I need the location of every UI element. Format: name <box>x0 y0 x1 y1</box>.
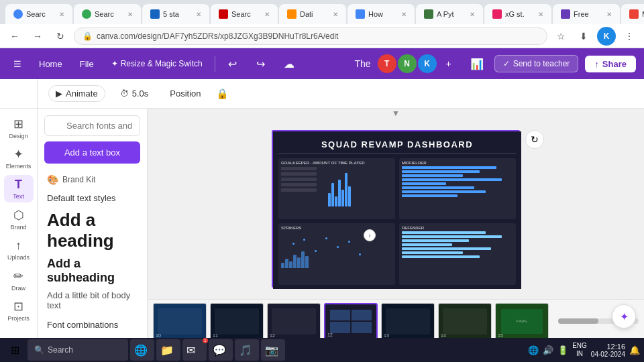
sys-time: 12:16 <box>606 343 625 351</box>
tab-close-1[interactable]: ✕ <box>59 11 64 18</box>
resize-button[interactable]: ✦ Resize & Magic Switch <box>106 56 208 71</box>
slide-container[interactable]: SQUAD REVAMP DASHBOARD Goalkeeper · Amou… <box>272 130 520 288</box>
sidebar-item-design[interactable]: ⊞ Design <box>4 114 34 141</box>
tab-2[interactable]: Searc ✕ <box>74 4 141 24</box>
tab-label-9: Free <box>574 10 589 18</box>
bar-2 <box>331 183 334 206</box>
sidebar-item-draw[interactable]: ✏ Draw <box>4 266 34 294</box>
sidebar-item-elements[interactable]: ✦ Elements <box>4 144 34 172</box>
taskbar-app-3[interactable]: ✉ 1 <box>182 339 207 361</box>
bar-1 <box>328 193 331 206</box>
brand-kit-item[interactable]: 🎨 Brand Kit <box>38 170 147 188</box>
sidebar-item-uploads[interactable]: ↑ Uploads <box>4 236 34 263</box>
taskbar-app-6[interactable]: 📷 <box>261 339 285 361</box>
home-button[interactable]: Home <box>34 56 68 72</box>
dash-section-goalkeeper: Goalkeeper · Amount of time played <box>278 158 395 220</box>
volume-icon[interactable]: 🔊 <box>543 345 553 355</box>
add-textbox-button[interactable]: Add a text box <box>44 141 140 164</box>
avatar-n[interactable]: N <box>398 54 417 73</box>
thumb-15[interactable]: FINAL 15 <box>495 303 549 340</box>
battery-icon[interactable]: 🔋 <box>557 345 568 355</box>
tab-1[interactable]: Searc ✕ <box>5 4 72 24</box>
thumb-12[interactable]: 12 <box>267 303 321 340</box>
share-label: Share <box>602 59 627 69</box>
dhbar-3 <box>402 239 469 242</box>
taskbar-app-2[interactable]: 📁 <box>156 339 180 361</box>
thumb-10[interactable]: 10 <box>153 303 207 340</box>
search-input[interactable] <box>44 115 140 136</box>
toolbar-divider-1 <box>215 56 215 72</box>
redo-button[interactable]: ↪ <box>250 53 272 74</box>
back-button[interactable]: ← <box>5 27 24 46</box>
taskbar-search[interactable]: 🔍 Search <box>28 339 128 361</box>
dash-section-defender: Defender <box>399 223 516 285</box>
bar-3 <box>335 196 337 206</box>
share-button[interactable]: ↑ Share <box>585 56 636 72</box>
player-row <box>281 188 317 192</box>
network-icon[interactable]: 🌐 <box>528 345 539 355</box>
sidebar-item-projects[interactable]: ⊡ Projects <box>4 297 34 324</box>
avatar-k[interactable]: K <box>418 54 437 73</box>
tab-9[interactable]: Free ✕ <box>553 4 620 24</box>
duration-button[interactable]: ⏱ 5.0s <box>113 86 156 101</box>
tab-close-6[interactable]: ✕ <box>401 11 407 18</box>
thumb-11[interactable]: 11 <box>210 303 264 340</box>
body-style[interactable]: Add a little bit of body text <box>47 289 138 312</box>
thumb-14[interactable]: 14 <box>438 303 492 340</box>
clock-display: 12:16 04-02-2024 <box>591 343 625 358</box>
download-button[interactable]: ⬇ <box>574 27 593 46</box>
refresh-slide-button[interactable]: ↻ <box>525 130 544 149</box>
position-label: Position <box>170 88 201 99</box>
tab-close-7[interactable]: ✕ <box>470 11 475 18</box>
undo-button[interactable]: ↩ <box>222 53 244 74</box>
tab-4[interactable]: Searc ✕ <box>211 4 278 24</box>
analytics-button[interactable]: 📊 <box>466 53 488 74</box>
sidebar-item-brand[interactable]: ⬡ Brand <box>4 205 34 233</box>
tab-8[interactable]: xG st. ✕ <box>484 4 551 24</box>
file-button[interactable]: File <box>74 56 99 72</box>
search-area: 🔍 <box>38 109 147 141</box>
tab-10[interactable]: M (no ✕ <box>621 4 644 24</box>
tab-label-6: How <box>368 10 383 18</box>
cloud-save-button[interactable]: ☁ <box>278 53 300 74</box>
tab-7[interactable]: A Pyt ✕ <box>416 4 483 24</box>
menu-button[interactable]: ☰ <box>8 56 27 72</box>
tab-close-3[interactable]: ✕ <box>196 11 201 18</box>
tab-3[interactable]: 5 sta ✕ <box>142 4 209 24</box>
taskbar-app-4[interactable]: 💬 <box>209 339 233 361</box>
tab-close-5[interactable]: ✕ <box>333 11 338 18</box>
panel-collapse-button[interactable]: › <box>364 229 376 241</box>
animate-button[interactable]: ▶ Animate <box>48 85 105 102</box>
sidebar-item-text[interactable]: T Text <box>4 175 34 202</box>
address-bar[interactable]: 🔒 canva.com/design/DAF7yh5ZDRs/xp8JZGXg3… <box>74 27 547 45</box>
thumb-12-active[interactable]: 12 <box>324 303 378 340</box>
position-button[interactable]: Position <box>163 86 207 101</box>
subheading-style[interactable]: Add a subheading <box>47 255 138 286</box>
reload-button[interactable]: ↻ <box>51 27 70 46</box>
send-to-teacher-button[interactable]: ✓ Send to teacher <box>494 55 579 72</box>
taskbar-app-1[interactable]: 🌐 <box>130 339 154 361</box>
taskbar-app-5[interactable]: 🎵 <box>235 339 259 361</box>
scroll-down-arrow[interactable]: ▼ <box>148 109 644 118</box>
tab-label-8: xG st. <box>505 10 525 18</box>
tab-close-9[interactable]: ✕ <box>606 11 612 18</box>
tab-6[interactable]: How ✕ <box>347 4 415 24</box>
add-collaborator-button[interactable]: + <box>438 53 460 74</box>
bookmark-button[interactable]: ☆ <box>551 27 570 46</box>
thumb-13[interactable]: 13 <box>381 303 435 340</box>
forward-button[interactable]: → <box>28 27 47 46</box>
tab-close-8[interactable]: ✕ <box>538 11 543 18</box>
profile-button[interactable]: K <box>597 27 616 46</box>
start-button[interactable]: ⊞ <box>4 339 25 361</box>
magic-button[interactable]: ✦ <box>612 304 636 328</box>
avatar-t[interactable]: T <box>378 54 396 73</box>
heading-style[interactable]: Add a heading <box>47 208 138 253</box>
extensions-button[interactable]: ⋮ <box>620 27 639 46</box>
thumb-12-content <box>268 304 320 339</box>
mini-section-2 <box>352 310 372 321</box>
notification-center-icon[interactable]: 🔔 <box>629 345 640 355</box>
font-combos-title: Font combinations <box>38 314 147 333</box>
tab-close-4[interactable]: ✕ <box>264 11 270 18</box>
tab-close-2[interactable]: ✕ <box>127 11 133 18</box>
tab-5[interactable]: Dati ✕ <box>279 4 346 24</box>
